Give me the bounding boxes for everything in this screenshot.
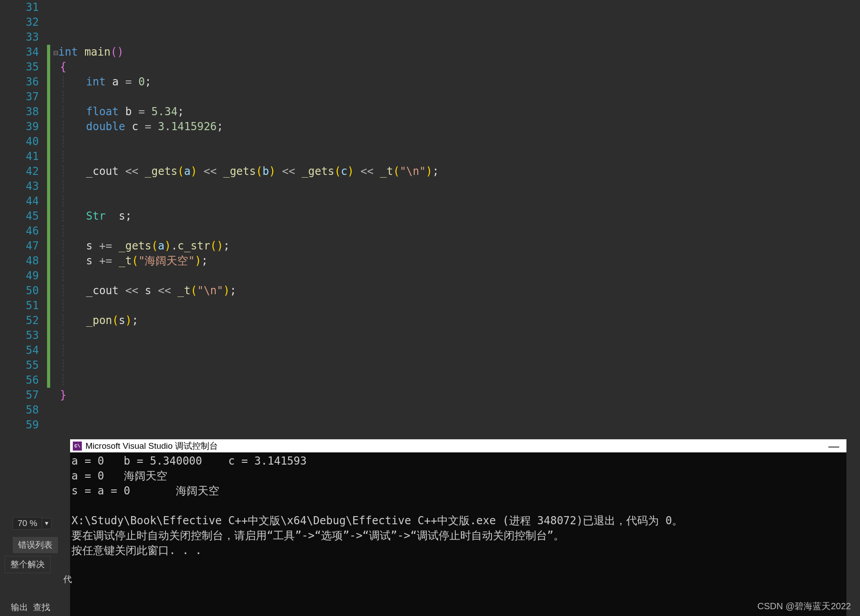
vs-icon: C\: [73, 442, 82, 451]
zoom-value[interactable]: 70 %: [13, 517, 42, 530]
watermark: CSDN @碧海蓝天2022: [757, 600, 851, 612]
line-number: 53: [0, 328, 39, 343]
line-number: 48: [0, 254, 39, 268]
code-editor[interactable]: 3132333435363738394041424344454647484950…: [0, 0, 860, 437]
solution-filter[interactable]: 整个解决: [5, 556, 51, 573]
line-number: 49: [0, 268, 39, 283]
line-number: 42: [0, 164, 39, 179]
line-number: 32: [0, 15, 39, 30]
line-number: 51: [0, 298, 39, 313]
bottom-left-panel: 70 % ▼ 错误列表 整个解决 代 输出 查找: [0, 439, 70, 616]
line-number: 47: [0, 239, 39, 254]
zoom-control[interactable]: 70 % ▼: [13, 517, 52, 530]
code-content[interactable]: ⊟int main() { ┊ int a = 0; ┊ ┊ float b =…: [47, 0, 860, 433]
line-number: 34: [0, 45, 39, 60]
line-number: 57: [0, 388, 39, 403]
console-output[interactable]: a = 0 b = 5.340000 c = 3.141593 a = 0 海阔…: [70, 452, 846, 616]
line-number: 55: [0, 358, 39, 373]
line-number: 38: [0, 104, 39, 119]
error-list-tab[interactable]: 错误列表: [13, 537, 58, 553]
line-number: 54: [0, 343, 39, 358]
line-number: 35: [0, 60, 39, 75]
line-number: 50: [0, 283, 39, 298]
output-tab[interactable]: 输出: [11, 602, 28, 612]
debug-console-titlebar[interactable]: C\ Microsoft Visual Studio 调试控制台 —: [70, 439, 846, 452]
line-number: 43: [0, 179, 39, 194]
line-number: 56: [0, 373, 39, 388]
line-number: 44: [0, 194, 39, 209]
console-title: Microsoft Visual Studio 调试控制台: [85, 440, 824, 452]
line-number: 59: [0, 418, 39, 433]
line-number: 40: [0, 134, 39, 149]
line-number: 39: [0, 119, 39, 134]
line-number: 33: [0, 30, 39, 45]
line-number: 41: [0, 149, 39, 164]
line-number: 52: [0, 313, 39, 328]
find-tab[interactable]: 查找: [33, 602, 50, 612]
line-number: 58: [0, 403, 39, 418]
line-number: 31: [0, 0, 39, 15]
bottom-tabs[interactable]: 输出 查找: [11, 602, 50, 613]
minimize-button[interactable]: —: [824, 440, 844, 452]
col-header-code: 代: [63, 574, 72, 585]
zoom-dropdown-icon[interactable]: ▼: [42, 518, 52, 529]
change-marker: [47, 45, 50, 388]
line-number: 37: [0, 89, 39, 104]
line-number: 46: [0, 224, 39, 239]
line-number-gutter: 3132333435363738394041424344454647484950…: [0, 0, 47, 433]
line-number: 36: [0, 75, 39, 89]
line-number: 45: [0, 209, 39, 224]
